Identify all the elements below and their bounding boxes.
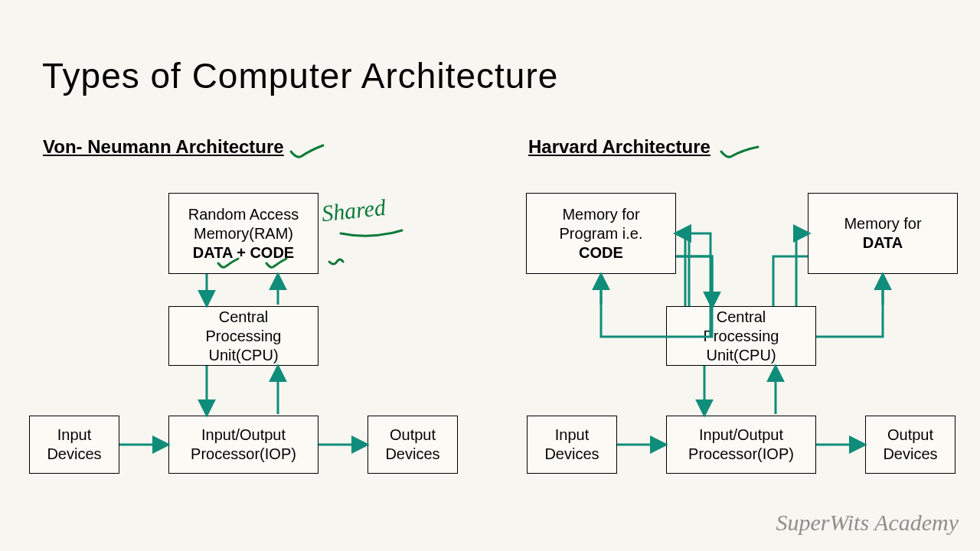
hv-iop-box: Input/Output Processor(IOP) [666,416,816,474]
hv-input-l1: Input [555,425,589,445]
vn-ram-line1: Random Access [188,205,299,224]
hv-output-l1: Output [887,425,933,445]
hv-cpu-box: Central Processing Unit(CPU) [666,306,816,366]
vn-output-l2: Devices [385,445,439,464]
vn-cpu-line2: Processing [206,327,282,346]
vn-iop-box: Input/Output Processor(IOP) [168,416,318,474]
vn-cpu-line1: Central [219,308,268,327]
hv-cpu-l2: Processing [704,327,779,346]
hv-input-box: Input Devices [527,416,617,474]
vn-cpu-line3: Unit(CPU) [208,346,278,365]
von-neumann-heading: Von- Neumann Architecture [43,136,284,158]
vn-input-l1: Input [57,425,91,445]
hv-data-l1: Memory for [844,214,921,233]
hv-output-box: Output Devices [865,416,956,474]
vn-ram-line3: DATA + CODE [193,243,294,262]
hv-cpu-l1: Central [717,308,766,327]
hv-output-l2: Devices [883,445,937,464]
watermark: SuperWits Academy [776,510,959,536]
hv-code-l2: Program i.e. [560,224,643,243]
vn-iop-l2: Processor(IOP) [191,445,296,464]
vn-ram-line2: Memory(RAM) [194,224,293,243]
hv-code-mem-box: Memory for Program i.e. CODE [526,193,676,274]
hv-cpu-l3: Unit(CPU) [706,346,776,365]
vn-output-l1: Output [390,425,436,445]
hv-code-l1: Memory for [562,205,639,224]
vn-ram-box: Random Access Memory(RAM) DATA + CODE [168,193,318,274]
diagram-stage: Types of Computer Architecture Von- Neum… [0,0,980,551]
page-title: Types of Computer Architecture [42,55,558,96]
vn-input-l2: Devices [47,445,101,464]
vn-output-box: Output Devices [368,416,458,474]
vn-input-box: Input Devices [29,416,119,474]
vn-cpu-box: Central Processing Unit(CPU) [168,306,318,366]
hv-input-l2: Devices [544,445,599,464]
hv-iop-l1: Input/Output [699,425,783,445]
hv-data-l2: DATA [863,233,903,253]
shared-annotation: Shared [320,194,387,227]
hv-code-l3: CODE [579,243,623,262]
vn-iop-l1: Input/Output [201,425,286,445]
harvard-heading: Harvard Architecture [528,136,710,158]
hv-data-mem-box: Memory for DATA [808,193,958,274]
hv-iop-l2: Processor(IOP) [688,445,794,464]
